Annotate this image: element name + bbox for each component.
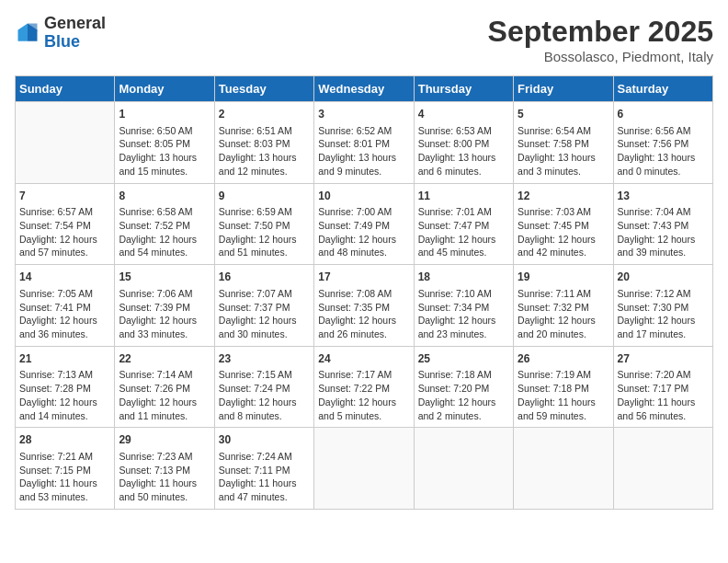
day-number: 30 [219,432,310,448]
calendar-week-row: 21Sunrise: 7:13 AM Sunset: 7:28 PM Dayli… [16,346,713,428]
day-number: 18 [418,270,509,285]
day-info: Sunrise: 7:15 AM Sunset: 7:24 PM Dayligh… [219,368,310,422]
calendar-day-cell: 30Sunrise: 7:24 AM Sunset: 7:11 PM Dayli… [214,428,313,510]
day-number: 21 [19,351,110,367]
day-info: Sunrise: 7:12 AM Sunset: 7:30 PM Dayligh… [618,287,709,341]
calendar-day-cell: 16Sunrise: 7:07 AM Sunset: 7:37 PM Dayli… [214,265,313,347]
day-number: 28 [19,432,110,448]
weekday-header: Friday [514,76,613,102]
calendar-day-cell: 10Sunrise: 7:00 AM Sunset: 7:49 PM Dayli… [314,183,414,265]
day-info: Sunrise: 7:03 AM Sunset: 7:45 PM Dayligh… [518,205,609,259]
calendar-day-cell: 8Sunrise: 6:58 AM Sunset: 7:52 PM Daylig… [115,183,214,265]
day-number: 4 [418,107,509,122]
calendar-day-cell: 2Sunrise: 6:51 AM Sunset: 8:03 PM Daylig… [214,102,313,184]
weekday-header: Wednesday [314,76,414,102]
calendar-day-cell: 26Sunrise: 7:19 AM Sunset: 7:18 PM Dayli… [514,346,613,428]
day-number: 12 [518,189,609,204]
day-info: Sunrise: 7:24 AM Sunset: 7:11 PM Dayligh… [219,450,310,504]
day-info: Sunrise: 7:18 AM Sunset: 7:20 PM Dayligh… [418,368,509,422]
day-info: Sunrise: 7:08 AM Sunset: 7:35 PM Dayligh… [318,287,409,341]
calendar-day-cell: 22Sunrise: 7:14 AM Sunset: 7:26 PM Dayli… [115,346,214,428]
calendar-day-cell: 27Sunrise: 7:20 AM Sunset: 7:17 PM Dayli… [613,346,712,428]
day-number: 17 [318,270,409,285]
calendar-week-row: 1Sunrise: 6:50 AM Sunset: 8:05 PM Daylig… [16,102,713,184]
day-number: 9 [219,189,310,204]
day-info: Sunrise: 7:14 AM Sunset: 7:26 PM Dayligh… [119,368,210,422]
calendar-day-cell: 29Sunrise: 7:23 AM Sunset: 7:13 PM Dayli… [115,428,214,510]
day-info: Sunrise: 7:21 AM Sunset: 7:15 PM Dayligh… [19,450,110,504]
calendar-day-cell: 28Sunrise: 7:21 AM Sunset: 7:15 PM Dayli… [16,428,115,510]
day-info: Sunrise: 7:05 AM Sunset: 7:41 PM Dayligh… [19,287,110,341]
day-info: Sunrise: 7:00 AM Sunset: 7:49 PM Dayligh… [318,205,409,259]
day-info: Sunrise: 7:17 AM Sunset: 7:22 PM Dayligh… [318,368,409,422]
calendar-day-cell [414,428,513,510]
calendar-day-cell: 20Sunrise: 7:12 AM Sunset: 7:30 PM Dayli… [613,265,712,347]
day-info: Sunrise: 6:53 AM Sunset: 8:00 PM Dayligh… [418,124,509,178]
day-info: Sunrise: 6:58 AM Sunset: 7:52 PM Dayligh… [119,205,210,259]
calendar-week-row: 28Sunrise: 7:21 AM Sunset: 7:15 PM Dayli… [16,428,713,510]
day-number: 20 [618,270,709,285]
calendar-day-cell: 12Sunrise: 7:03 AM Sunset: 7:45 PM Dayli… [514,183,613,265]
logo-line1: General [44,15,106,33]
day-number: 19 [518,270,609,285]
calendar-day-cell [613,428,712,510]
day-number: 5 [518,107,609,122]
day-info: Sunrise: 6:54 AM Sunset: 7:58 PM Dayligh… [518,124,609,178]
day-info: Sunrise: 6:50 AM Sunset: 8:05 PM Dayligh… [119,124,210,178]
calendar-day-cell: 11Sunrise: 7:01 AM Sunset: 7:47 PM Dayli… [414,183,513,265]
calendar-day-cell: 6Sunrise: 6:56 AM Sunset: 7:56 PM Daylig… [613,102,712,184]
day-number: 25 [418,351,509,367]
day-number: 26 [518,351,609,367]
day-number: 3 [318,107,409,122]
logo-icon [15,20,40,46]
calendar-day-cell: 9Sunrise: 6:59 AM Sunset: 7:50 PM Daylig… [214,183,313,265]
calendar-day-cell: 21Sunrise: 7:13 AM Sunset: 7:28 PM Dayli… [16,346,115,428]
day-info: Sunrise: 6:59 AM Sunset: 7:50 PM Dayligh… [219,205,310,259]
calendar-day-cell: 14Sunrise: 7:05 AM Sunset: 7:41 PM Dayli… [16,265,115,347]
weekday-header: Monday [115,76,214,102]
day-info: Sunrise: 7:06 AM Sunset: 7:39 PM Dayligh… [119,287,210,341]
calendar-day-cell: 17Sunrise: 7:08 AM Sunset: 7:35 PM Dayli… [314,265,414,347]
weekday-header: Thursday [414,76,513,102]
day-info: Sunrise: 7:01 AM Sunset: 7:47 PM Dayligh… [418,205,509,259]
calendar-day-cell: 3Sunrise: 6:52 AM Sunset: 8:01 PM Daylig… [314,102,414,184]
location: Bossolasco, Piedmont, Italy [488,49,713,64]
weekday-header: Saturday [613,76,712,102]
calendar-day-cell: 25Sunrise: 7:18 AM Sunset: 7:20 PM Dayli… [414,346,513,428]
day-info: Sunrise: 7:04 AM Sunset: 7:43 PM Dayligh… [618,205,709,259]
svg-marker-1 [18,23,28,40]
day-info: Sunrise: 6:56 AM Sunset: 7:56 PM Dayligh… [618,124,709,178]
calendar-day-cell [16,102,115,184]
calendar-week-row: 14Sunrise: 7:05 AM Sunset: 7:41 PM Dayli… [16,265,713,347]
month-title: September 2025 [488,15,713,49]
day-info: Sunrise: 6:51 AM Sunset: 8:03 PM Dayligh… [219,124,310,178]
day-info: Sunrise: 6:57 AM Sunset: 7:54 PM Dayligh… [19,205,110,259]
day-info: Sunrise: 7:10 AM Sunset: 7:34 PM Dayligh… [418,287,509,341]
weekday-header: Sunday [16,76,115,102]
day-number: 1 [119,107,210,122]
day-info: Sunrise: 7:23 AM Sunset: 7:13 PM Dayligh… [119,450,210,504]
calendar-day-cell: 4Sunrise: 6:53 AM Sunset: 8:00 PM Daylig… [414,102,513,184]
day-number: 24 [318,351,409,367]
calendar-day-cell: 1Sunrise: 6:50 AM Sunset: 8:05 PM Daylig… [115,102,214,184]
day-number: 22 [119,351,210,367]
day-number: 10 [318,189,409,204]
day-number: 11 [418,189,509,204]
calendar-day-cell: 7Sunrise: 6:57 AM Sunset: 7:54 PM Daylig… [16,183,115,265]
day-number: 13 [618,189,709,204]
calendar-day-cell: 24Sunrise: 7:17 AM Sunset: 7:22 PM Dayli… [314,346,414,428]
calendar-day-cell: 19Sunrise: 7:11 AM Sunset: 7:32 PM Dayli… [514,265,613,347]
day-number: 15 [119,270,210,285]
calendar-day-cell: 23Sunrise: 7:15 AM Sunset: 7:24 PM Dayli… [214,346,313,428]
day-info: Sunrise: 7:20 AM Sunset: 7:17 PM Dayligh… [618,368,709,422]
day-number: 14 [19,270,110,285]
logo: General Blue [15,15,106,52]
day-number: 16 [219,270,310,285]
page-header: General Blue September 2025 Bossolasco, … [15,15,713,64]
day-info: Sunrise: 7:07 AM Sunset: 7:37 PM Dayligh… [219,287,310,341]
day-info: Sunrise: 6:52 AM Sunset: 8:01 PM Dayligh… [318,124,409,178]
day-number: 8 [119,189,210,204]
day-number: 6 [618,107,709,122]
day-number: 27 [618,351,709,367]
day-info: Sunrise: 7:11 AM Sunset: 7:32 PM Dayligh… [518,287,609,341]
